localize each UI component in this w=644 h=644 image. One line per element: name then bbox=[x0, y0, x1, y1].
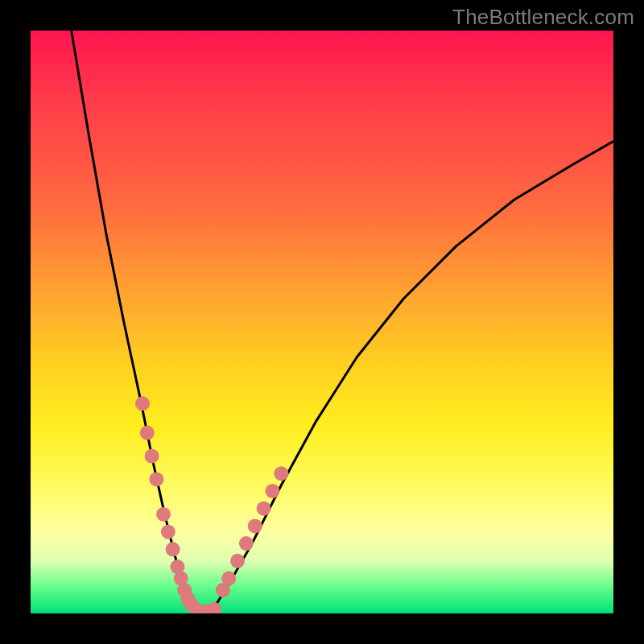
marker-point bbox=[230, 554, 245, 568]
marker-point bbox=[274, 466, 288, 481]
marker-point bbox=[248, 518, 262, 533]
chart-svg bbox=[31, 31, 613, 613]
marker-point bbox=[161, 525, 175, 539]
watermark-label: TheBottleneck.com bbox=[452, 5, 634, 30]
marker-point bbox=[156, 507, 171, 522]
marker-point bbox=[221, 572, 236, 586]
marker-point bbox=[149, 472, 163, 486]
chart-frame: TheBottleneck.com bbox=[0, 0, 644, 644]
marker-point bbox=[265, 484, 279, 498]
marker-point bbox=[140, 426, 155, 440]
marker-point bbox=[145, 449, 159, 464]
marker-point bbox=[257, 502, 271, 516]
curve-path bbox=[72, 31, 613, 613]
curve-group bbox=[72, 31, 613, 613]
marker-point bbox=[166, 542, 180, 556]
marker-point bbox=[135, 396, 150, 411]
markers-group bbox=[135, 396, 288, 613]
marker-point bbox=[239, 536, 254, 551]
plot-area bbox=[31, 31, 613, 613]
marker-point bbox=[207, 602, 221, 613]
